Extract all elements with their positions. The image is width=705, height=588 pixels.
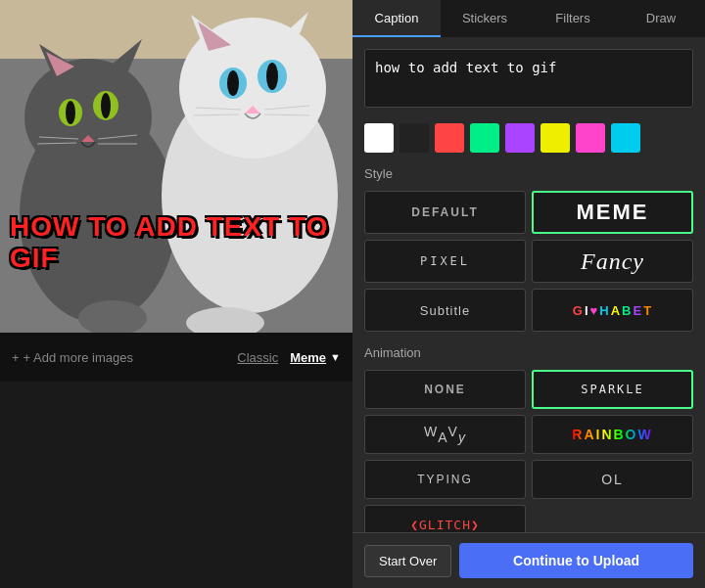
right-panel: Caption Stickers Filters Draw how to add… [352,0,705,588]
color-white[interactable] [364,123,394,153]
color-green[interactable] [470,123,499,153]
panel-content: how to add text to gif Style DEFAULT MEM… [352,37,705,532]
style-grid: DEFAULT MEME PIXEL Fancy Subtitle G [364,191,693,332]
continue-button[interactable]: Continue to Upload [459,543,693,578]
anim-ol-label: OL [601,472,624,487]
plus-icon: + [12,350,20,365]
color-cyan[interactable] [611,123,640,153]
svg-point-26 [266,63,278,90]
tab-filters[interactable]: Filters [529,0,617,37]
style-subtitle-btn[interactable]: Subtitle [364,289,526,332]
style-selector[interactable]: Classic Meme ▼ [237,350,341,365]
svg-point-5 [24,59,152,176]
alphabet-colored-text: G I ♥ H A B E T [573,303,652,318]
color-yellow[interactable] [540,123,570,153]
anim-ol-btn[interactable]: OL [532,460,693,499]
style-default-label: DEFAULT [411,205,478,219]
gif-overlay-text: HOW TO ADD TEXT TO GIF [10,211,352,274]
style-pixel-btn[interactable]: PIXEL [364,240,526,283]
anim-glitch-btn[interactable]: ❮GLITCH❯ [364,505,526,532]
style-section-label: Style [364,166,693,181]
gif-preview: HOW TO ADD TEXT TO GIF [0,0,352,333]
anim-rainbow-label: RAINBOW [572,427,652,442]
style-meme-label: MEME [577,200,649,225]
cat-image [0,0,352,333]
anim-wavy-btn[interactable]: WAVy [364,415,526,454]
color-black[interactable] [400,123,429,153]
anim-typing-label: TYPING [417,473,473,486]
tab-draw[interactable]: Draw [617,0,705,37]
wavy-text: WAVy [424,427,466,442]
style-fancy-btn[interactable]: Fancy [532,240,693,283]
tab-stickers[interactable]: Stickers [441,0,529,37]
anim-sparkle-label: SPARKLE [581,383,644,396]
empty-area [0,382,352,588]
add-more-label: + Add more images [24,350,133,365]
bottom-bar: + + Add more images Classic Meme ▼ [0,333,352,382]
left-panel: HOW TO ADD TEXT TO GIF + + Add more imag… [0,0,352,588]
anim-glitch-label: ❮GLITCH❯ [410,518,480,532]
dropdown-arrow-icon[interactable]: ▼ [330,351,341,363]
anim-sparkle-btn[interactable]: SPARKLE [532,370,693,409]
anim-typing-btn[interactable]: TYPING [364,460,526,499]
caption-text-input[interactable]: how to add text to gif [364,49,693,108]
color-red[interactable] [435,123,464,153]
style-subtitle-label: Subtitle [420,303,470,318]
tab-caption[interactable]: Caption [352,0,441,37]
svg-point-24 [227,70,239,96]
color-purple[interactable] [505,123,535,153]
animation-grid: NONE SPARKLE WAVy RAINBOW TYPING OL [364,370,693,532]
tabs-bar: Caption Stickers Filters Draw [352,0,705,37]
style-fancy-label: Fancy [581,249,644,275]
style-alphabet-btn[interactable]: G I ♥ H A B E T [532,289,693,332]
style-default-btn[interactable]: DEFAULT [364,191,526,234]
anim-none-label: NONE [424,383,466,396]
style-pixel-label: PIXEL [420,254,470,268]
svg-point-10 [66,101,75,124]
svg-point-12 [101,93,111,118]
style-meme-btn[interactable]: MEME [532,191,693,234]
animation-section-label: Animation [364,345,693,360]
add-more-images[interactable]: + + Add more images [12,350,133,365]
anim-none-btn[interactable]: NONE [364,370,526,409]
style-meme-label[interactable]: Meme [290,350,326,365]
style-classic-label[interactable]: Classic [237,350,278,365]
start-over-button[interactable]: Start Over [364,545,451,577]
color-palette [364,123,693,153]
color-pink[interactable] [576,123,605,153]
anim-rainbow-btn[interactable]: RAINBOW [532,415,693,454]
bottom-buttons: Start Over Continue to Upload [352,532,705,588]
